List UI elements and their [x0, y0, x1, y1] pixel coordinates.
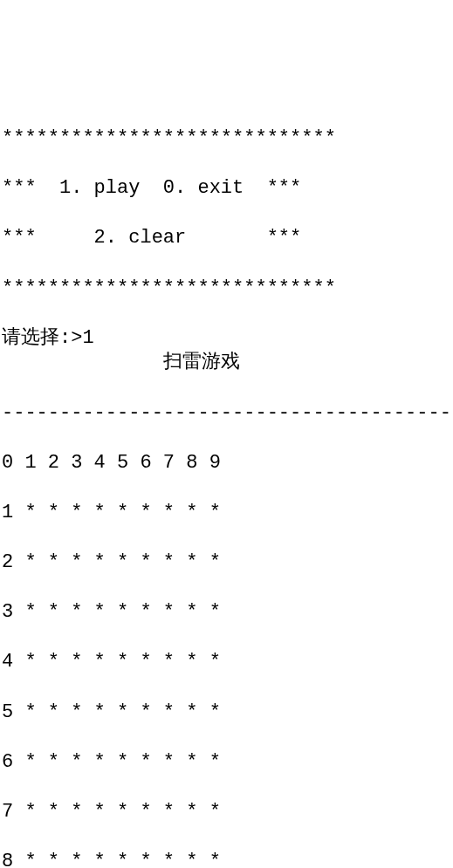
- terminal-output: ***************************** *** 1. pla…: [2, 101, 451, 868]
- divider-1: ----------------------------------------…: [2, 401, 451, 427]
- select-prompt-label: 请选择:>: [2, 327, 82, 349]
- game-title-1: 扫雷游戏: [2, 351, 451, 376]
- menu-border-top: *****************************: [2, 126, 451, 152]
- board1-header: 0 1 2 3 4 5 6 7 8 9: [2, 451, 451, 476]
- board1-row-8: 8 * * * * * * * * *: [2, 850, 451, 868]
- board1-row-7: 7 * * * * * * * * *: [2, 800, 451, 825]
- menu-line-2: *** 2. clear ***: [2, 226, 451, 251]
- board1-row-3: 3 * * * * * * * * *: [2, 600, 451, 625]
- select-prompt-value: 1: [82, 327, 93, 349]
- board1-row-4: 4 * * * * * * * * *: [2, 650, 451, 675]
- board1-row-1: 1 * * * * * * * * *: [2, 501, 451, 526]
- board1-row-2: 2 * * * * * * * * *: [2, 550, 451, 576]
- board1-row-5: 5 * * * * * * * * *: [2, 701, 451, 726]
- board1-row-6: 6 * * * * * * * * *: [2, 750, 451, 776]
- menu-line-1: *** 1. play 0. exit ***: [2, 176, 451, 202]
- menu-border-bottom: *****************************: [2, 277, 451, 302]
